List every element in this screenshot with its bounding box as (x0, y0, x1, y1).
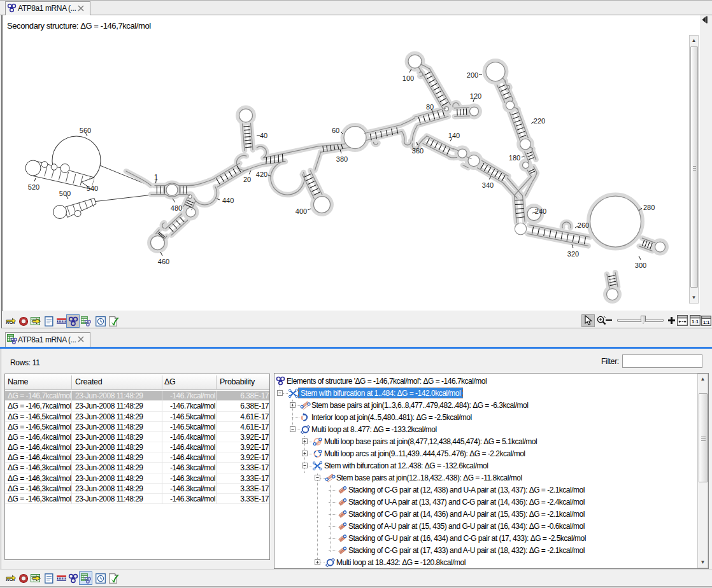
svg-text:1: 1 (154, 173, 158, 181)
svg-text:460: 460 (158, 258, 169, 265)
svg-text:100: 100 (402, 74, 414, 82)
svg-text:120: 120 (470, 92, 481, 100)
svg-text:140: 140 (448, 132, 460, 139)
svg-text:60: 60 (332, 127, 339, 134)
svg-text:300: 300 (635, 262, 646, 269)
svg-text:380: 380 (336, 155, 348, 163)
svg-text:520: 520 (28, 183, 39, 191)
svg-text:560: 560 (80, 127, 91, 134)
svg-text:1:1: 1:1 (703, 320, 709, 325)
svg-text:480: 480 (171, 204, 182, 212)
svg-text:1:1: 1:1 (692, 319, 699, 325)
svg-text:320: 320 (567, 250, 579, 258)
svg-text:500: 500 (59, 190, 71, 197)
svg-text:340: 340 (482, 181, 494, 189)
svg-text:20: 20 (243, 176, 251, 183)
svg-text:180: 180 (509, 154, 520, 162)
svg-text:440: 440 (222, 197, 234, 204)
svg-text:360: 360 (412, 147, 424, 155)
svg-text:400: 400 (295, 207, 307, 215)
svg-text:200: 200 (467, 71, 478, 79)
svg-text:260: 260 (578, 221, 589, 229)
svg-text:240: 240 (535, 207, 546, 215)
svg-text:540: 540 (87, 185, 98, 192)
svg-text:280: 280 (643, 204, 655, 211)
svg-text:420: 420 (256, 171, 267, 178)
svg-text:40: 40 (260, 132, 267, 139)
svg-text:220: 220 (534, 117, 545, 125)
svg-text:80: 80 (426, 103, 434, 111)
